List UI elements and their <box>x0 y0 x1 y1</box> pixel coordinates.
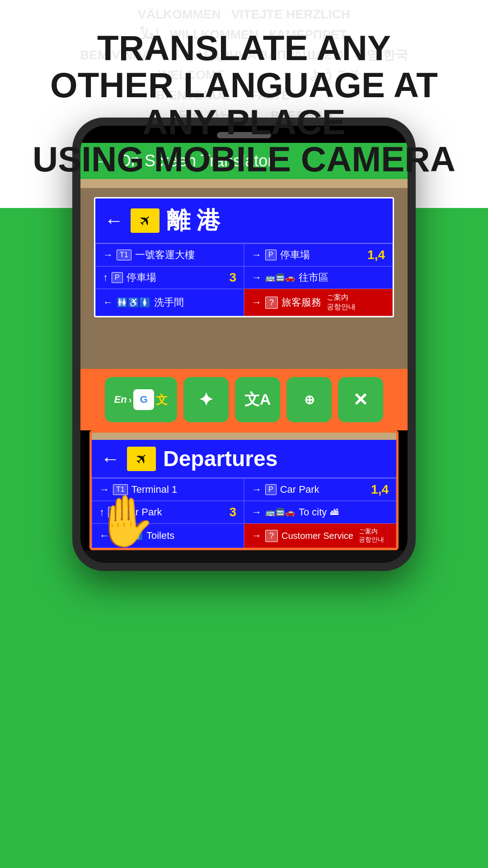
phone-bottom <box>80 550 408 563</box>
plane-icon: ✈ <box>135 210 155 231</box>
carpark2-num: 3 <box>229 270 236 285</box>
close-icon: ✕ <box>353 389 368 410</box>
close-btn[interactable]: ✕ <box>338 377 383 422</box>
translate-btn[interactable]: En › G 文 <box>105 377 177 422</box>
terminal-text-zh: 一號客運大樓 <box>135 248 195 262</box>
ocr-btn[interactable]: 文A <box>235 377 280 422</box>
camera-view-top: ← ✈ 離 港 → T1 一號客運大樓 → <box>80 179 408 369</box>
top-section: VÄLKOMMEN VITEJTE HERZLICH اهلاً WILLKOM… <box>0 0 488 208</box>
plane-icon-en: ✈ <box>131 448 152 469</box>
carpark2-num-en: 3 <box>229 505 236 519</box>
headline-line1: TRANSLATE ANY <box>33 30 455 67</box>
translated-section: ← ✈ Departures → T1 Terminal 1 <box>80 430 408 550</box>
toilet-text-zh: 洗手間 <box>154 296 184 309</box>
translate-icon: 文 <box>156 392 168 408</box>
toolbar: En › G 文 ✦ 文A ⊕ ✕ <box>80 369 408 430</box>
chinese-airport-sign: ← ✈ 離 港 → T1 一號客運大樓 → <box>94 197 394 317</box>
service-text-en: Customer Service <box>282 531 353 541</box>
city-text-zh: 往市區 <box>299 271 328 284</box>
translate-arrow: › <box>129 395 132 405</box>
p-box-2: P <box>112 272 123 283</box>
chinese-main-text: 離 港 <box>167 205 220 236</box>
departures-text: Departures <box>163 446 277 471</box>
carpark2-text-zh: 停車場 <box>127 271 156 284</box>
phone-inner: ← On Screen Translator ← ✈ 離 港 <box>80 126 408 563</box>
hand-cursor-icon: 🤚 <box>94 496 156 546</box>
headline-line3: ANY PLACE <box>33 104 455 141</box>
city-text-en: To city <box>299 506 327 518</box>
en-label: En <box>114 394 127 406</box>
headline: TRANSLATE ANY OTHER LANGUAGE AT ANY PLAC… <box>14 30 474 178</box>
plane-icon-box-en: ✈ <box>127 447 156 471</box>
layout-icon: ⊕ <box>304 392 314 407</box>
carpark-num: 1,4 <box>367 248 385 262</box>
headline-line4: USING MOBILE CAMERA <box>33 141 455 178</box>
carpark-num-en: 1,4 <box>371 482 389 497</box>
layout-btn[interactable]: ⊕ <box>286 377 332 422</box>
tap-btn[interactable]: ✦ <box>183 377 229 422</box>
google-g-icon: G <box>133 389 154 410</box>
plane-icon-box: ✈ <box>131 208 160 233</box>
sign-left-arrow: ← <box>104 210 123 231</box>
p-box-1: P <box>265 250 277 260</box>
bottom-section: ← On Screen Translator ← ✈ 離 港 <box>0 208 488 868</box>
ocr-icon: 文A <box>244 389 271 410</box>
cursor-icon: ✦ <box>198 389 214 410</box>
service-text-zh: 旅客服務 <box>282 296 321 309</box>
headline-line2: OTHER LANGUAGE AT <box>33 67 455 104</box>
carpark-text-en: Car Park <box>280 484 319 495</box>
t1-box: T1 <box>117 250 131 260</box>
carpark-text-zh: 停車場 <box>280 248 310 262</box>
p-box-1-en: P <box>265 484 277 495</box>
phone-mockup: ← On Screen Translator ← ✈ 離 港 <box>72 118 416 571</box>
